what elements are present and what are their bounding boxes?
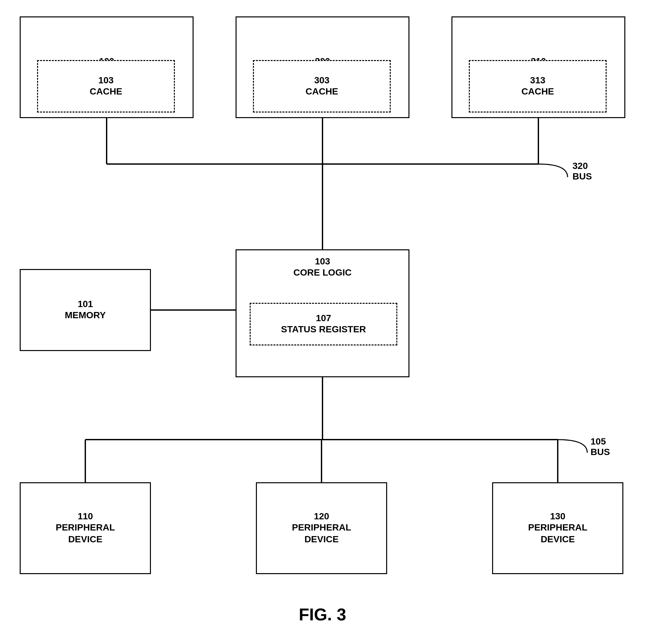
status-register-107-box: 107 STATUS REGISTER <box>250 303 397 346</box>
cache-103-label: CACHE <box>89 85 123 97</box>
cache-103-box: 103 CACHE <box>37 60 175 113</box>
status-register-107-label: STATUS REGISTER <box>281 324 366 335</box>
peripheral-120-box: 120 PERIPHERALDEVICE <box>256 482 387 574</box>
peripheral-120-label: PERIPHERALDEVICE <box>292 521 351 546</box>
cache-313-number: 313 <box>530 75 546 85</box>
peripheral-130-number: 130 <box>550 511 566 521</box>
bus-320-label: 320 BUS <box>573 161 592 182</box>
peripheral-130-box: 130 PERIPHERALDEVICE <box>492 482 623 574</box>
processor-100-box: 100 PROCESSOR 103 CACHE <box>20 16 194 118</box>
memory-101-number: 101 <box>78 299 93 309</box>
peripheral-110-label: PERIPHERALDEVICE <box>56 521 115 546</box>
diagram-container: 100 PROCESSOR 103 CACHE 300 PROCESSOR 30… <box>0 0 645 644</box>
core-logic-103-label: CORE LOGIC <box>237 267 408 278</box>
cache-313-label: CACHE <box>521 85 554 97</box>
cache-303-box: 303 CACHE <box>253 60 391 113</box>
bus-105-label: 105 BUS <box>591 436 610 457</box>
processor-310-box: 310 PROCESSOR 313 CACHE <box>451 16 625 118</box>
peripheral-110-box: 110 PERIPHERALDEVICE <box>20 482 151 574</box>
peripheral-130-label: PERIPHERALDEVICE <box>528 521 587 546</box>
cache-103-number: 103 <box>98 75 114 85</box>
cache-303-label: CACHE <box>305 85 338 97</box>
core-logic-103-number: 103 <box>237 256 408 267</box>
peripheral-110-number: 110 <box>78 511 93 521</box>
memory-101-label: MEMORY <box>65 309 106 321</box>
core-logic-103-box: 103 CORE LOGIC 107 STATUS REGISTER <box>236 249 409 377</box>
status-register-107-number: 107 <box>316 313 332 324</box>
memory-101-box: 101 MEMORY <box>20 269 151 351</box>
cache-313-box: 313 CACHE <box>469 60 607 113</box>
cache-303-number: 303 <box>314 75 330 85</box>
processor-300-box: 300 PROCESSOR 303 CACHE <box>236 16 409 118</box>
fig-caption: FIG. 3 <box>0 605 645 624</box>
peripheral-120-number: 120 <box>314 511 330 521</box>
